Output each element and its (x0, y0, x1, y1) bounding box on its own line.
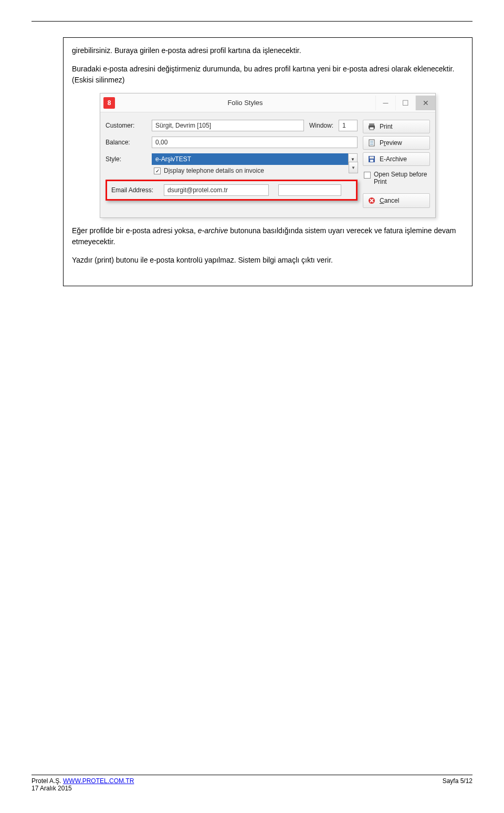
window-label: Window: (309, 122, 333, 129)
earchive-button-label: E-Archive (380, 155, 407, 163)
style-combo[interactable]: e-ArşivTEST ▼ (152, 153, 358, 165)
paragraph-1: girebilirsiniz. Buraya girilen e-posta a… (72, 45, 464, 56)
svg-rect-9 (370, 160, 373, 162)
opensetup-checkbox-label: Open Setup before Print (374, 171, 429, 186)
paragraph-3: Eğer profilde bir e-posta adresi yoksa, … (72, 225, 464, 247)
opensetup-checkbox-row: Open Setup before Print (363, 169, 430, 188)
print-button[interactable]: Print (363, 120, 430, 133)
email-row: Email Address: dsurgit@protel.com.tr (111, 184, 352, 196)
app-icon: 8 (103, 97, 115, 109)
email-label: Email Address: (111, 186, 159, 194)
footer-date: 17 Aralık 2015 (32, 785, 72, 792)
style-row: Style: e-ArşivTEST ▼ (106, 153, 358, 165)
footer-company: Protel A.Ş. (32, 777, 63, 785)
customer-input[interactable]: Sürgit, Devrim [105] (152, 120, 304, 131)
email-extra-input[interactable] (278, 184, 341, 196)
window-buttons: ─ ☐ ✕ (375, 96, 435, 110)
paragraph-2: Buradaki e-posta adresini değiştirmeniz … (72, 64, 464, 86)
svg-rect-0 (369, 123, 374, 126)
floppy-icon (368, 155, 376, 163)
customer-row: Customer: Sürgit, Devrim [105] Window: 1 (106, 120, 358, 131)
balance-input[interactable]: 0,00 (152, 137, 358, 148)
minimize-button[interactable]: ─ (375, 96, 395, 110)
dialog-titlebar: 8 Folio Styles ─ ☐ ✕ (100, 93, 435, 112)
form-column: Customer: Sürgit, Devrim [105] Window: 1… (106, 120, 358, 208)
earchive-button[interactable]: E-Archive (363, 152, 430, 166)
dialog-title: Folio Styles (115, 99, 375, 107)
opensetup-checkbox[interactable] (364, 172, 371, 179)
side-chevron-down-icon[interactable]: ▼ (349, 162, 358, 173)
close-button[interactable]: ✕ (415, 96, 435, 110)
balance-row: Balance: 0,00 (106, 137, 358, 148)
footer-page: Sayfa 5/12 (443, 777, 472, 792)
style-value: e-ArşivTEST (155, 155, 191, 163)
style-label: Style: (106, 155, 146, 163)
page-footer: Protel A.Ş. WWW.PROTEL.COM.TR 17 Aralık … (32, 775, 472, 792)
email-input[interactable]: dsurgit@protel.com.tr (164, 184, 269, 196)
printer-icon (368, 122, 376, 131)
cancel-button-label: Cancel (380, 197, 399, 204)
screenshot-dialog-wrap: 8 Folio Styles ─ ☐ ✕ Customer: Sürgit, D… (72, 93, 464, 218)
content-cell: girebilirsiniz. Buraya girilen e-posta a… (63, 37, 472, 286)
print-button-label: Print (380, 123, 393, 130)
cancel-button[interactable]: Cancel (363, 193, 430, 208)
page-top-rule (32, 21, 472, 22)
balance-label: Balance: (106, 139, 146, 146)
paragraph-4: Yazdır (print) butonu ile e-posta kontro… (72, 255, 464, 266)
customer-label: Customer: (106, 122, 146, 129)
document-icon (368, 139, 376, 147)
paragraph-3-italic: e-archive (198, 226, 228, 235)
window-input[interactable]: 1 (339, 120, 358, 131)
paragraph-3a: Eğer profilde bir e-posta adresi yoksa, (72, 226, 198, 235)
preview-button-label: Preview (380, 139, 402, 147)
side-button-column: Print Preview E-Archive (363, 120, 430, 208)
svg-rect-8 (370, 157, 374, 159)
telephone-checkbox[interactable] (154, 168, 161, 174)
preview-button[interactable]: Preview (363, 136, 430, 150)
cancel-icon (368, 196, 376, 205)
telephone-checkbox-label: Display telephone details on invoice (164, 167, 264, 174)
folio-styles-dialog: 8 Folio Styles ─ ☐ ✕ Customer: Sürgit, D… (100, 93, 436, 218)
email-highlight-box: Email Address: dsurgit@protel.com.tr (106, 180, 358, 201)
maximize-button[interactable]: ☐ (395, 96, 415, 110)
telephone-checkbox-row: Display telephone details on invoice (154, 167, 358, 174)
footer-left: Protel A.Ş. WWW.PROTEL.COM.TR 17 Aralık … (32, 777, 134, 792)
svg-rect-2 (370, 127, 374, 130)
dialog-body: Customer: Sürgit, Devrim [105] Window: 1… (100, 112, 435, 217)
footer-link[interactable]: WWW.PROTEL.COM.TR (63, 777, 134, 785)
